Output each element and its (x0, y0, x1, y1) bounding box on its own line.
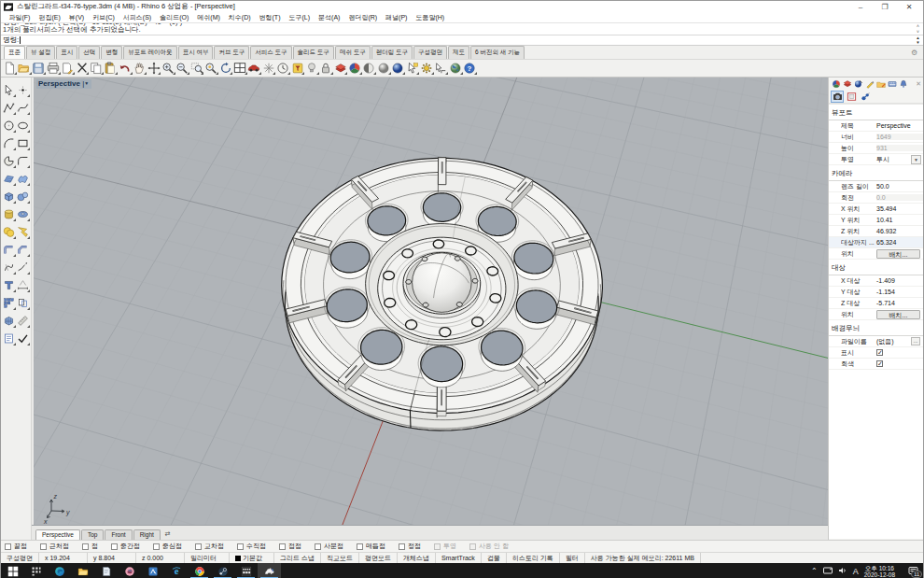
browse-file-icon[interactable]: ... (911, 337, 920, 345)
boxedit-cursor-icon[interactable] (434, 61, 448, 76)
osnap-접점[interactable]: 접점 (279, 542, 301, 551)
sphere-gray-icon[interactable] (376, 61, 390, 76)
toolbar-tab-4[interactable]: 변형 (101, 46, 122, 59)
panel-tab-display-ball-icon[interactable] (853, 78, 864, 89)
panel-tab-properties-wheel-icon[interactable] (831, 78, 842, 89)
chamfer-pipe-icon[interactable] (16, 241, 30, 258)
viewport-tab-new-icon[interactable]: ⇄ (161, 529, 175, 540)
pointer-arrow-icon[interactable] (2, 81, 16, 98)
status-segment-14[interactable]: 사용 가능한 실제 메모리: 22611 MB (585, 553, 701, 563)
panel-close-icon[interactable]: ✕ (916, 80, 921, 88)
page-edit-icon[interactable] (61, 61, 75, 76)
new-file-icon[interactable] (3, 61, 17, 76)
lock-icon[interactable] (319, 61, 333, 76)
osnap-checkbox[interactable] (357, 543, 363, 550)
panel-subtab-link-tab-icon[interactable] (859, 91, 872, 103)
osnap-checkbox[interactable] (237, 543, 244, 550)
panel-row-value[interactable]: -1.154 (876, 289, 923, 295)
cylinder-gold-icon[interactable] (2, 205, 16, 222)
panel-row-value[interactable]: (없음) (876, 337, 911, 346)
osnap-교차점[interactable]: 교차점 (195, 542, 224, 551)
undo-icon[interactable] (118, 61, 132, 76)
panel-subtab-camera-tab-icon[interactable] (831, 91, 844, 103)
osnap-checkbox[interactable] (434, 543, 441, 550)
taskbar-pinned-grid-icon[interactable] (24, 563, 48, 578)
cplane-star-icon[interactable] (261, 61, 275, 76)
help-icon[interactable]: ? (463, 61, 477, 76)
status-segment-13[interactable]: 필터 (560, 553, 585, 563)
toolbar-tab-6[interactable]: 표시 여부 (178, 46, 214, 59)
menu-item-11[interactable]: 렌더링(R) (344, 13, 382, 22)
save-icon[interactable] (32, 61, 46, 76)
tray-volume-icon[interactable] (838, 566, 847, 577)
panel-tab-pen-note-icon[interactable] (864, 78, 875, 89)
ellipse-icon[interactable] (16, 117, 30, 134)
history-clock-icon[interactable] (275, 61, 289, 76)
taskbar-notepad-icon[interactable] (94, 563, 118, 578)
taskbar-steam-icon[interactable] (211, 563, 234, 578)
rectangle-icon[interactable] (16, 134, 30, 151)
open-folder-icon[interactable] (17, 61, 31, 76)
osnap-수직점[interactable]: 수직점 (237, 542, 266, 551)
array-grid-icon[interactable] (2, 294, 16, 311)
osnap-checkbox[interactable] (153, 543, 160, 550)
control-curve-icon[interactable] (16, 99, 30, 116)
patch-blue-icon[interactable] (16, 170, 30, 187)
toolbar-tab-8[interactable]: 서피스 도구 (250, 46, 291, 59)
place-button[interactable]: 배치... (876, 310, 920, 319)
panel-checkbox[interactable] (876, 349, 883, 356)
panel-row-value[interactable]: 65.324 (876, 239, 923, 246)
osnap-중심점[interactable]: 중심점 (153, 542, 182, 551)
panel-row-value[interactable]: 투시 (876, 155, 911, 164)
zoom-window-icon[interactable] (189, 61, 203, 76)
menu-item-4[interactable]: 서피스(S) (119, 13, 155, 22)
menu-item-7[interactable]: 치수(D) (224, 13, 255, 22)
tray-ime-indicator[interactable]: A (853, 567, 859, 576)
color-wheel-icon[interactable] (347, 61, 361, 76)
status-segment-2[interactable]: y 8.804 (88, 553, 136, 563)
arc-icon[interactable] (2, 134, 16, 151)
osnap-checkbox[interactable] (315, 543, 321, 550)
dim-small-icon[interactable] (16, 276, 30, 293)
taskbar-chrome-icon[interactable] (188, 563, 211, 578)
status-segment-1[interactable]: x 19.204 (39, 553, 88, 563)
osnap-점[interactable]: 점 (82, 542, 98, 551)
menu-item-10[interactable]: 분석(A) (315, 13, 344, 22)
close-button[interactable]: ✕ (897, 1, 921, 12)
toolbar-tab-14[interactable]: 6 버전의 새 기능 (470, 46, 525, 59)
status-segment-5[interactable]: 기본값 (230, 553, 274, 563)
boolean-union-icon[interactable] (2, 223, 16, 240)
toolbar-tab-7[interactable]: 커브 도구 (214, 46, 249, 59)
taskbar-blue-app-icon[interactable] (141, 563, 164, 578)
named-view-car-icon[interactable] (247, 61, 261, 76)
text-T-icon[interactable] (2, 276, 16, 293)
tray-display-icon[interactable] (823, 566, 833, 577)
point-dot-icon[interactable] (16, 81, 30, 98)
status-segment-11[interactable]: 검볼 (482, 553, 507, 563)
torus-blue-icon[interactable] (16, 205, 30, 222)
layer-red-icon[interactable] (333, 61, 347, 76)
offset-tool-icon[interactable] (16, 294, 30, 311)
osnap-checkbox[interactable] (195, 543, 202, 550)
notification-center-icon[interactable]: 11 (903, 563, 923, 578)
menu-item-9[interactable]: 도구(L) (285, 13, 315, 22)
mesh-box-icon[interactable] (2, 312, 16, 329)
fillet-pipe-icon[interactable] (2, 241, 16, 258)
status-segment-6[interactable]: 그리드 스냅 (274, 553, 321, 563)
toolbar-tab-10[interactable]: 메쉬 도구 (335, 46, 371, 59)
menu-item-5[interactable]: 솔리드(O) (156, 13, 193, 22)
toolbar-tab-0[interactable]: 표준 (4, 46, 25, 59)
menu-item-12[interactable]: 패널(P) (382, 13, 412, 22)
menu-item-6[interactable]: 메쉬(M) (193, 13, 225, 22)
osnap-checkbox[interactable] (111, 543, 118, 550)
panel-subtab-frame-tab-icon[interactable] (845, 91, 858, 103)
options-gear-icon[interactable] (419, 61, 433, 76)
status-segment-10[interactable]: SmartTrack (436, 553, 482, 563)
command-input[interactable]: 명령: ▲▼ (1, 35, 923, 46)
command-history[interactable]: 명령: _SelPolysrf ( 선택(S)=-60 110(2) 해제(D)… (1, 22, 923, 35)
viewport-perspective[interactable]: zyx Perspective |▼ (34, 78, 830, 525)
menu-item-0[interactable]: 파일(F) (5, 13, 35, 22)
toolbar-tab-13[interactable]: 제도 (448, 46, 469, 59)
menu-item-1[interactable]: 편집(E) (35, 13, 64, 22)
osnap-중간점[interactable]: 중간점 (111, 542, 140, 551)
